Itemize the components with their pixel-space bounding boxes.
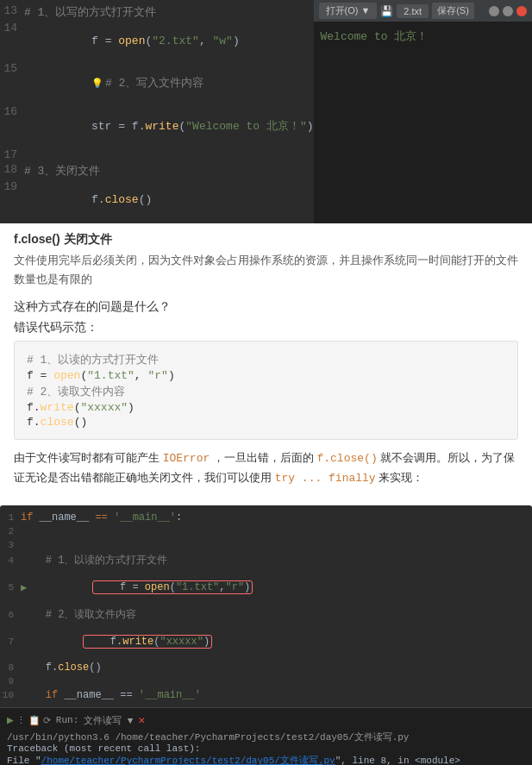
ide-code-area: 1 if __name__ == '__main__': 2 3 4 # 1、以… xyxy=(0,505,532,707)
ide-code-4: # 1、以读的方式打开文件 xyxy=(21,553,167,567)
err-code-2: f = xyxy=(27,369,53,382)
para-text: 由于文件读写时都有可能产生 IOError ，一旦出错，后面的 f.close(… xyxy=(14,448,518,488)
code-line-18: 18 # 3、关闭文件 xyxy=(0,162,314,179)
run-file-line: File "/home/teacher/PycharmProjects/test… xyxy=(7,754,525,765)
editor-right: 打开(O) ▼ 💾 2.txt 保存(S) Welcome to 北京！ xyxy=(314,0,532,223)
run-panel: ▶ ⋮ 📋 ⟳ Run: 文件读写 ▼ ✕ /usr/bin/python3.6… xyxy=(0,707,532,765)
ide-code-5: f = open("1.txt","r") xyxy=(30,569,253,605)
ide-ln-4: 4 xyxy=(0,555,21,566)
err-code-4: f. xyxy=(27,401,41,414)
run-traceback: Traceback (most recent call last): xyxy=(7,743,525,754)
editor-output-text: Welcome to 北京！ xyxy=(321,30,429,43)
ide-ln-2: 2 xyxy=(0,526,21,536)
ide-line-9: 9 xyxy=(0,674,532,688)
error-code-block: # 1、以读的方式打开文件 f = open("1.txt", "r") # 2… xyxy=(14,341,518,440)
ide-line-1: 1 if __name__ == '__main__': xyxy=(0,511,532,524)
fclose-desc: 文件使用完毕后必须关闭，因为文件对象会占用操作系统的资源，并且操作系统同一时间能… xyxy=(14,251,518,289)
line-num-15: 15 xyxy=(0,62,24,75)
run-filename[interactable]: 文件读写 ▼ xyxy=(84,714,133,727)
err-paren2-2: ) xyxy=(168,369,175,382)
error-label: 错误代码示范： xyxy=(14,320,518,335)
ide-code-10: if __name__ == '__main__' xyxy=(21,689,201,701)
ide-line-2: 2 xyxy=(0,524,532,538)
open-button[interactable]: 打开(O) ▼ xyxy=(319,3,378,19)
err-fn-4: write xyxy=(41,401,74,414)
err-line-1: # 1、以读的方式打开文件 xyxy=(27,352,505,367)
err-line-4: f.write("xxxxx") xyxy=(27,401,505,414)
ide-ln-1: 1 xyxy=(0,512,21,523)
run-icon-2: 📋 xyxy=(28,715,41,726)
code-comment-3: # 3、关闭文件 xyxy=(24,163,314,179)
code-bulb-15: 💡# 2、写入文件内容 xyxy=(24,62,314,103)
ide-line-10: 10 if __name__ == '__main__' xyxy=(0,688,532,702)
err-line-3: # 2、读取文件内容 xyxy=(27,384,505,399)
err-code-5: f. xyxy=(27,416,41,429)
err-comment-1: # 1、以读的方式打开文件 xyxy=(27,354,159,367)
code-empty-17 xyxy=(24,148,314,161)
code-line-16: 16 str = f.write("Welcome to 北京！") xyxy=(0,104,314,147)
ide-line-4: 4 # 1、以读的方式打开文件 xyxy=(0,552,532,568)
ide-ln-10: 10 xyxy=(0,690,21,700)
ide-ln-7: 7 xyxy=(0,636,21,647)
code-editor-left: 13 # 1、以写的方式打开文件 14 f = open("2.txt", "w… xyxy=(0,0,314,223)
inline-ioerror: IOError xyxy=(163,452,210,465)
err-code-4c: ) xyxy=(128,401,135,414)
ide-code-1: if __name__ == '__main__': xyxy=(21,511,182,524)
ide-code-3 xyxy=(21,539,27,551)
line-num-13: 13 xyxy=(0,4,24,17)
ide-screenshot: 1 if __name__ == '__main__': 2 3 4 # 1、以… xyxy=(0,505,532,765)
err-line-5: f.close() xyxy=(27,416,505,429)
line-num-17: 17 xyxy=(0,148,24,161)
question-text: 这种方式存在的问题是什么？ xyxy=(14,299,518,315)
code-text-16: str = f.write("Welcome to 北京！") xyxy=(24,105,314,147)
err-fn-5: close xyxy=(41,416,74,429)
inline-fclose: f.close() xyxy=(316,452,377,465)
line-num-18: 18 xyxy=(0,163,24,176)
stop-icon[interactable]: ✕ xyxy=(138,713,145,727)
save-icon: 💾 xyxy=(380,5,393,17)
ide-ln-3: 3 xyxy=(0,540,21,550)
run-file-link[interactable]: /home/teacher/PycharmProjects/test2/day0… xyxy=(41,756,335,765)
err-code-5b: () xyxy=(74,416,88,429)
page-wrapper: 13 # 1、以写的方式打开文件 14 f = open("2.txt", "w… xyxy=(0,0,532,765)
ide-code-6: # 2、读取文件内容 xyxy=(21,607,136,622)
code-line-14: 14 f = open("2.txt", "w") xyxy=(0,21,314,61)
ide-code-9 xyxy=(21,675,27,687)
minimize-button[interactable] xyxy=(489,6,499,16)
run-icons: ▶ ⋮ 📋 ⟳ xyxy=(7,713,51,727)
code-line-15: 15 💡# 2、写入文件内容 xyxy=(0,61,314,104)
ide-line-5: 5 ▶ f = open("1.txt","r") xyxy=(0,568,532,606)
ide-code-7: f.write("xxxxx") xyxy=(21,624,212,660)
err-str-2b: "r" xyxy=(147,369,167,382)
err-line-2: f = open("1.txt", "r") xyxy=(27,369,505,382)
ide-ln-5: 5 xyxy=(0,582,21,593)
run-icon-3: ⟳ xyxy=(43,715,51,726)
code-line-19: 19 f.close() xyxy=(0,179,314,220)
play-icon[interactable]: ▶ xyxy=(7,713,14,727)
ide-arrow-5: ▶ xyxy=(21,581,27,594)
code-line-13: 13 # 1、以写的方式打开文件 xyxy=(0,3,314,21)
code-text-14: f = open("2.txt", "w") xyxy=(24,22,314,60)
maximize-button[interactable] xyxy=(503,6,513,16)
err-str-2a: "1.txt" xyxy=(87,369,135,382)
inline-try: try ... finally xyxy=(275,472,376,485)
line-num-14: 14 xyxy=(0,22,24,34)
ide-line-7: 7 f.write("xxxxx") xyxy=(0,623,532,661)
code-text-19: f.close() xyxy=(24,180,314,219)
ide-ln-8: 8 xyxy=(0,662,21,673)
run-path: /usr/bin/python3.6 /home/teacher/Pycharm… xyxy=(7,731,525,743)
save-button[interactable]: 保存(S) xyxy=(432,3,474,19)
close-button[interactable] xyxy=(516,6,527,16)
run-dots: ⋮ xyxy=(16,715,26,726)
line-num-19: 19 xyxy=(0,180,24,193)
ide-line-3: 3 xyxy=(0,538,532,552)
ide-line-6: 6 # 2、读取文件内容 xyxy=(0,606,532,623)
code-line-17: 17 xyxy=(0,147,314,162)
editor-tab-name[interactable]: 2.txt xyxy=(397,4,429,18)
ide-code-8: f.close() xyxy=(21,662,102,674)
line-num-16: 16 xyxy=(0,105,24,118)
err-str-4: "xxxxx" xyxy=(80,401,128,414)
code-comment-1: # 1、以写的方式打开文件 xyxy=(24,4,314,20)
ide-code-2 xyxy=(21,525,27,537)
editor-content: Welcome to 北京！ xyxy=(314,22,532,223)
